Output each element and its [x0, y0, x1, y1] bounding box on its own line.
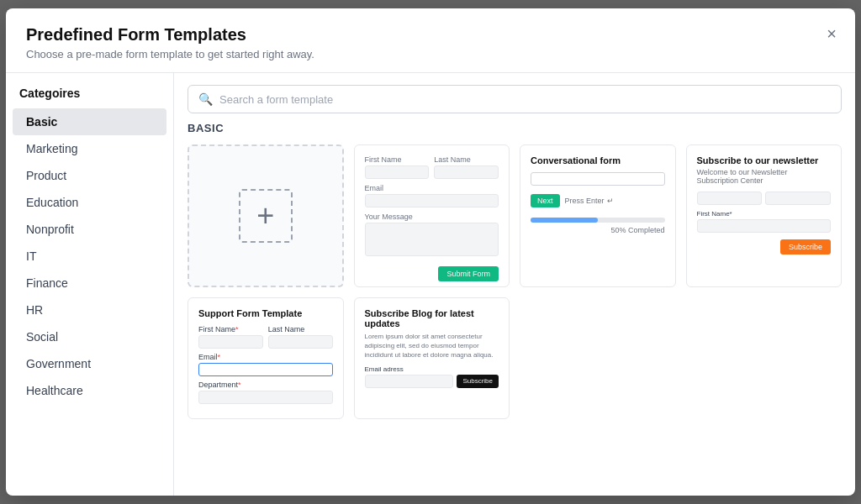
newsletter-form-preview: Subscribe to our newsletter Welcome to o… — [687, 145, 842, 249]
blog-subscribe-card[interactable]: Subscribe Blog for latest updates Lorem … — [354, 297, 510, 419]
conv-press-enter: Press Enter ↵ — [565, 197, 614, 205]
sidebar-item-it[interactable]: IT — [13, 243, 166, 270]
main-content: 🔍 BASIC + — [174, 73, 855, 496]
templates-area: BASIC + First Name — [174, 122, 855, 496]
sidebar: Categoires Basic Marketing Product Educa… — [6, 73, 174, 496]
search-bar: 🔍 — [188, 85, 842, 113]
newsletter-title: Subscribe to our newsletter — [697, 155, 832, 165]
conversational-form-card[interactable]: Conversational form Next Press Enter ↵ — [520, 144, 676, 287]
modal-title: Predefined Form Templates — [26, 25, 835, 45]
last-name-label: Last Name — [434, 155, 499, 164]
subscribe-button[interactable]: Subscribe — [780, 239, 831, 255]
conv-progress-bar — [531, 218, 665, 223]
support-first-name-field: First Name* — [198, 325, 263, 349]
email-label: Email — [365, 184, 499, 192]
conv-next-row: Next Press Enter ↵ — [531, 194, 665, 207]
support-form-preview: Support Form Template First Name* Last N… — [188, 298, 343, 418]
blog-email-row: Subscribe — [365, 375, 499, 388]
newsletter-name-row — [697, 192, 832, 205]
support-email-row: Email* — [198, 353, 333, 376]
sidebar-item-social[interactable]: Social — [13, 323, 166, 350]
blank-template-card[interactable]: + — [188, 144, 344, 287]
close-button[interactable]: × — [823, 22, 840, 45]
conv-name-field — [531, 172, 665, 186]
newsletter-subtitle: Welcome to our Newsletter Subscription C… — [697, 168, 832, 185]
support-last-name-label: Last Name — [268, 325, 333, 333]
blog-email-input — [365, 375, 454, 388]
sidebar-item-nonprofit[interactable]: Nonprofit — [13, 216, 166, 243]
contact-form-card[interactable]: First Name Last Name Email — [354, 144, 510, 287]
newsletter-email-field — [697, 219, 832, 233]
message-label: Your Message — [365, 213, 499, 221]
conv-form-title: Conversational form — [531, 155, 665, 165]
modal-body: Categoires Basic Marketing Product Educa… — [6, 73, 855, 496]
newsletter-last-name-field — [765, 192, 831, 205]
modal-subtitle: Choose a pre-made form template to get s… — [26, 48, 835, 60]
modal: Predefined Form Templates Choose a pre-m… — [6, 8, 855, 496]
conv-progress-label: 50% Completed — [531, 226, 665, 234]
modal-header: Predefined Form Templates Choose a pre-m… — [6, 8, 855, 73]
newsletter-first-name-field — [697, 192, 763, 205]
templates-grid: + First Name Last Name — [188, 144, 842, 419]
first-name-label: First Name — [365, 155, 430, 164]
support-dept-label: Department* — [198, 381, 333, 389]
support-email-label: Email* — [198, 353, 333, 361]
support-first-name-label: First Name* — [198, 325, 263, 333]
contact-form-preview: First Name Last Name Email — [355, 145, 510, 271]
support-form-card[interactable]: Support Form Template First Name* Last N… — [188, 297, 344, 419]
submit-form-button[interactable]: Submit Form — [438, 266, 499, 281]
sidebar-item-hr[interactable]: HR — [13, 297, 166, 323]
add-icon: + — [239, 189, 293, 243]
support-dept-field: Department* — [198, 381, 333, 404]
sidebar-item-finance[interactable]: Finance — [13, 270, 166, 297]
support-dept-row: Department* — [198, 381, 333, 404]
newsletter-first-name-label: First Name* — [697, 210, 832, 218]
sidebar-item-government[interactable]: Government — [13, 350, 166, 377]
newsletter-form-card[interactable]: Subscribe to our newsletter Welcome to o… — [686, 144, 843, 287]
sidebar-item-product[interactable]: Product — [13, 162, 166, 189]
search-bar-wrap: 🔍 — [174, 73, 855, 122]
sidebar-item-basic[interactable]: Basic — [13, 108, 166, 135]
search-icon: 🔍 — [198, 92, 213, 106]
conversational-form-preview: Conversational form Next Press Enter ↵ — [520, 145, 675, 244]
sidebar-heading: Categoires — [6, 87, 173, 108]
conv-progress-fill — [531, 218, 598, 223]
support-name-row: First Name* Last Name — [198, 325, 333, 349]
blog-title: Subscribe Blog for latest updates — [365, 308, 499, 328]
conv-next-button[interactable]: Next — [531, 194, 560, 207]
sidebar-item-marketing[interactable]: Marketing — [13, 135, 166, 162]
sidebar-item-education[interactable]: Education — [13, 189, 166, 216]
section-label: BASIC — [188, 122, 842, 134]
search-input[interactable] — [219, 93, 831, 106]
support-form-title: Support Form Template — [198, 308, 333, 318]
blog-subscribe-preview: Subscribe Blog for latest updates Lorem … — [355, 298, 510, 398]
sidebar-item-healthcare[interactable]: Healthcare — [13, 377, 166, 404]
blog-text: Lorem ipsum dolor sit amet consectetur a… — [365, 332, 499, 360]
support-email-field: Email* — [198, 353, 333, 376]
blog-email-label: Email adress — [365, 365, 499, 373]
support-last-name-field: Last Name — [268, 325, 333, 349]
blog-subscribe-button[interactable]: Subscribe — [457, 375, 499, 388]
